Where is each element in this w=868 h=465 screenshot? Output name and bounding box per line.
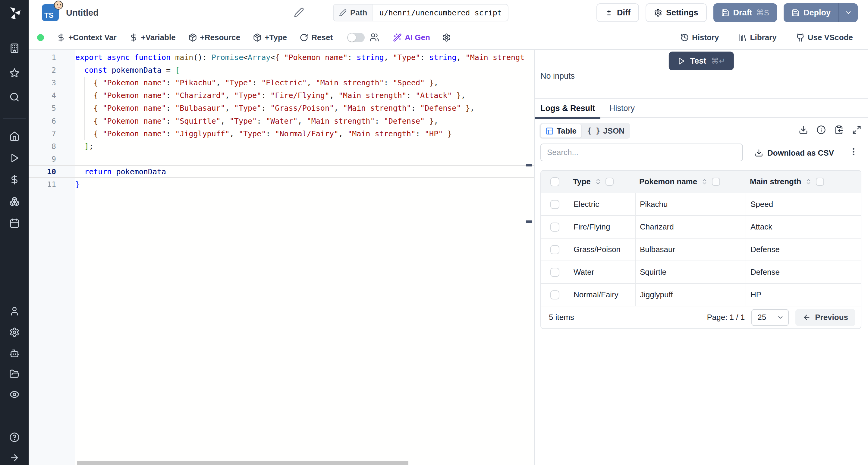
download-result-icon[interactable] xyxy=(799,125,808,135)
column-header-pokemon-name[interactable]: Pokemon name xyxy=(635,177,746,186)
view-mode-json[interactable]: { } JSON xyxy=(582,124,629,138)
add-variable-button[interactable]: +Variable xyxy=(129,33,176,42)
path-label: Path xyxy=(350,8,367,18)
code-line-6[interactable]: 6 { "Pokemon name": "Squirtle", "Type": … xyxy=(29,115,525,127)
download-csv-button[interactable]: Download as CSV xyxy=(755,146,834,160)
add-resource-button[interactable]: +Resource xyxy=(188,33,241,42)
column-label: Type xyxy=(573,177,591,186)
horizontal-scrollbar[interactable] xyxy=(77,461,408,465)
line-number: 5 xyxy=(29,104,75,113)
test-shortcut: ⌘↵ xyxy=(711,56,725,66)
ai-gen-button[interactable]: AI Gen xyxy=(393,33,430,42)
diff-button[interactable]: Diff xyxy=(596,3,639,22)
code-line-2[interactable]: 2 const pokemonData = [ xyxy=(29,64,525,76)
home-icon[interactable] xyxy=(9,131,20,141)
use-vscode-button[interactable]: Use VScode xyxy=(796,33,853,42)
diff-mode-toggle[interactable] xyxy=(347,33,365,42)
row-checkbox[interactable] xyxy=(550,200,559,209)
expand-sidebar-arrow-icon[interactable] xyxy=(9,453,20,463)
deploy-dropdown-button[interactable] xyxy=(839,3,858,22)
settings-button[interactable]: Settings xyxy=(646,3,707,22)
sort-icon[interactable] xyxy=(595,178,601,185)
code-line-1[interactable]: 1export async function main(): Promise<A… xyxy=(29,51,525,64)
expand-result-icon[interactable] xyxy=(852,125,861,135)
help-icon[interactable] xyxy=(9,432,20,442)
copy-to-clipboard-icon[interactable] xyxy=(834,125,844,135)
runs-play-icon[interactable] xyxy=(9,153,20,163)
draft-button[interactable]: Draft ⌘S xyxy=(713,3,777,22)
ai-gen-label: AI Gen xyxy=(405,33,430,42)
library-button[interactable]: Library xyxy=(738,33,777,42)
column-filter-checkbox[interactable] xyxy=(606,178,614,186)
audit-logs-eye-icon[interactable] xyxy=(9,389,20,400)
table-row[interactable]: Normal/FairyJigglypuffHP xyxy=(541,283,861,306)
folders-icon[interactable] xyxy=(9,369,20,379)
tab-logs-result[interactable]: Logs & Result xyxy=(540,99,595,118)
view-mode-table-label: Table xyxy=(557,126,577,136)
chevron-down-icon xyxy=(844,9,852,17)
schedules-calendar-icon[interactable] xyxy=(9,218,20,228)
add-context-var-button[interactable]: +Context Var xyxy=(57,33,117,42)
code-editor[interactable]: 1export async function main(): Promise<A… xyxy=(29,50,534,465)
code-line-4[interactable]: 4 { "Pokemon name": "Charizard", "Type":… xyxy=(29,89,525,102)
history-button[interactable]: History xyxy=(680,33,719,42)
code-line-5[interactable]: 5 { "Pokemon name": "Bulbasaur", "Type":… xyxy=(29,102,525,115)
column-header-main-strength[interactable]: Main strength xyxy=(746,177,861,186)
code-line-7[interactable]: 7 { "Pokemon name": "Jigglypuff", "Type"… xyxy=(29,127,525,140)
table-row[interactable]: WaterSquirtleDefense xyxy=(541,261,861,283)
edit-summary-pencil-icon[interactable] xyxy=(294,7,304,19)
more-options-kebab-icon[interactable] xyxy=(849,147,858,156)
path-field[interactable]: Path u/henri/unencumbered_script xyxy=(333,4,508,21)
add-type-button[interactable]: +Type xyxy=(253,33,287,42)
search-input[interactable] xyxy=(540,144,743,161)
path-value[interactable]: u/henri/unencumbered_script xyxy=(373,4,507,21)
code-line-11[interactable]: 11} xyxy=(29,178,525,191)
previous-page-button[interactable]: Previous xyxy=(795,309,855,326)
editor-settings-gear-icon[interactable] xyxy=(442,33,451,42)
code-line-10[interactable]: 10 return pokemonData xyxy=(29,166,525,178)
column-filter-checkbox[interactable] xyxy=(816,178,824,186)
code-text: export async function main(): Promise<Ar… xyxy=(75,53,525,62)
table-cell: Speed xyxy=(746,193,861,215)
sort-icon[interactable] xyxy=(805,178,812,185)
package-icon xyxy=(188,33,197,42)
row-checkbox[interactable] xyxy=(550,268,559,277)
select-all-checkbox[interactable] xyxy=(550,177,559,186)
collaborators-users-icon[interactable] xyxy=(370,33,379,42)
info-icon[interactable] xyxy=(816,125,826,135)
table-row[interactable]: Grass/PoisonBulbasaurDefense xyxy=(541,238,861,261)
column-header-type[interactable]: Type xyxy=(569,177,635,186)
reset-button[interactable]: Reset xyxy=(300,33,333,42)
table-row[interactable]: ElectricPikachuSpeed xyxy=(541,193,861,215)
code-text: ]; xyxy=(75,142,93,151)
workspace-building-icon[interactable] xyxy=(9,43,20,53)
page-size-select[interactable]: 25 xyxy=(751,309,789,326)
add-resource-label: +Resource xyxy=(200,33,241,42)
search-icon[interactable] xyxy=(9,92,20,102)
row-checkbox[interactable] xyxy=(550,290,559,299)
table-row[interactable]: Fire/FlyingCharizardAttack xyxy=(541,215,861,238)
workers-robot-icon[interactable] xyxy=(9,348,20,358)
row-checkbox[interactable] xyxy=(550,245,559,254)
settings-gear-icon[interactable] xyxy=(9,327,20,338)
tab-logs-result-label: Logs & Result xyxy=(540,104,595,113)
table-cell: Pikachu xyxy=(635,193,746,215)
tab-history[interactable]: History xyxy=(610,99,635,118)
deploy-button[interactable]: Deploy xyxy=(784,3,838,22)
code-line-8[interactable]: 8 ]; xyxy=(29,140,525,153)
windmill-logo-icon[interactable] xyxy=(7,6,22,21)
test-button[interactable]: Test ⌘↵ xyxy=(669,52,734,70)
view-mode-table[interactable]: Table xyxy=(540,124,582,138)
rotate-icon xyxy=(300,33,308,42)
row-checkbox[interactable] xyxy=(550,223,559,232)
script-title: Untitled xyxy=(66,8,98,18)
code-line-9[interactable]: 9 xyxy=(29,153,525,166)
resources-boxes-icon[interactable] xyxy=(9,196,20,207)
table-header-row: TypePokemon nameMain strength xyxy=(541,171,861,193)
sort-icon[interactable] xyxy=(701,178,708,185)
column-filter-checkbox[interactable] xyxy=(712,178,720,186)
code-line-3[interactable]: 3 { "Pokemon name": "Pikachu", "Type": "… xyxy=(29,76,525,89)
favorites-star-icon[interactable] xyxy=(9,68,20,78)
variables-dollar-icon[interactable] xyxy=(9,175,20,185)
user-icon[interactable] xyxy=(9,306,20,316)
